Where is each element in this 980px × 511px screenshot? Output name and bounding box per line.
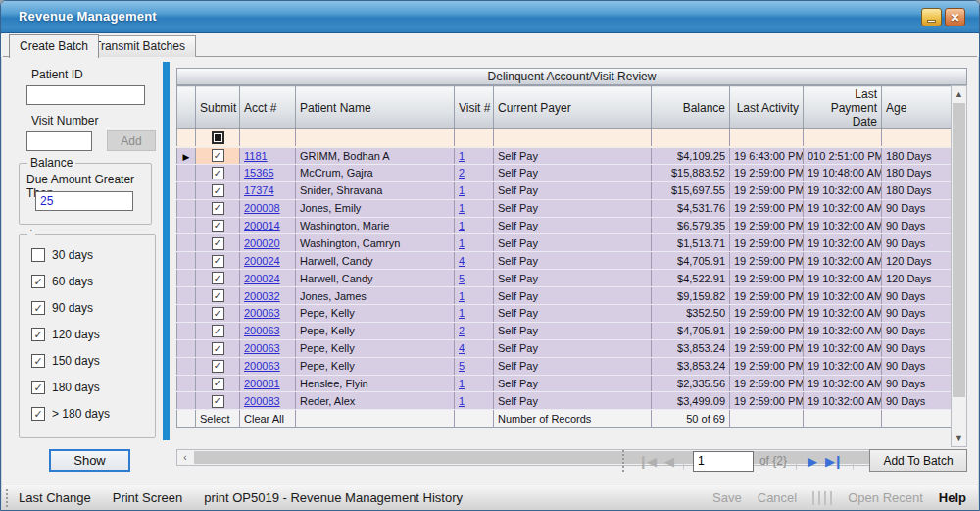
submit-checkbox[interactable]: ✓ (212, 272, 224, 284)
col-acct[interactable]: Acct # (240, 86, 296, 129)
table-row[interactable]: ✓200014Washington, Marie1Self Pay$6,579.… (177, 217, 952, 234)
visit-link[interactable]: 4 (459, 255, 465, 267)
scroll-down-icon[interactable]: ▼ (952, 431, 966, 446)
add-button[interactable]: Add (107, 130, 156, 151)
add-to-batch-button[interactable]: Add To Batch (869, 449, 967, 472)
acct-link[interactable]: 1181 (244, 150, 268, 162)
show-button[interactable]: Show (49, 449, 130, 472)
submit-checkbox[interactable]: ✓ (212, 184, 224, 197)
table-row[interactable]: ✓200024Harwell, Candy4Self Pay$4,705.911… (177, 252, 952, 270)
table-row[interactable]: ✓200063Pepe, Kelly2Self Pay$4,705.9119 2… (177, 322, 952, 339)
acct-link[interactable]: 200020 (244, 237, 280, 249)
visit-link[interactable]: 5 (459, 360, 465, 372)
age-filter-checkbox[interactable] (31, 248, 45, 262)
visit-link[interactable]: 5 (459, 273, 465, 284)
age-filter-checkbox[interactable]: ✓ (31, 381, 45, 394)
prev-page-button[interactable]: ◀ (662, 454, 674, 469)
col-age[interactable]: Age (882, 86, 952, 129)
tab-create-batch[interactable]: Create Batch (9, 34, 99, 58)
scroll-up-icon[interactable]: ▲ (952, 86, 966, 102)
statusbar-item[interactable]: Last Change (19, 490, 91, 505)
acct-link[interactable]: 200063 (244, 342, 280, 354)
tab-transmit-batches[interactable]: Transmit Batches (83, 35, 196, 57)
col-patient-name[interactable]: Patient Name (296, 86, 455, 129)
age-filter-checkbox[interactable]: ✓ (31, 354, 45, 368)
acct-link[interactable]: 200024 (244, 255, 280, 267)
submit-checkbox[interactable]: ✓ (212, 395, 224, 408)
save-button[interactable]: Save (712, 490, 742, 505)
table-row[interactable]: ✓200020Washington, Camryn1Self Pay$1,513… (177, 234, 952, 252)
help-button[interactable]: Help (939, 490, 966, 505)
visit-link[interactable]: 1 (459, 307, 465, 319)
visit-link[interactable]: 4 (459, 342, 465, 354)
age-filter-item[interactable]: ✓90 days (31, 301, 93, 315)
submit-checkbox[interactable]: ✓ (212, 378, 224, 390)
visit-link[interactable]: 1 (459, 150, 465, 162)
acct-link[interactable]: 200063 (244, 325, 280, 336)
cancel-button[interactable]: Cancel (758, 490, 797, 505)
age-filter-item[interactable]: ✓60 days (31, 275, 93, 288)
page-number-input[interactable] (693, 451, 754, 472)
table-row[interactable]: ✓200083Reder, Alex1Self Pay$3,499.0919 2… (177, 392, 952, 410)
submit-checkbox[interactable]: ✓ (212, 149, 224, 162)
visit-link[interactable]: 1 (459, 184, 465, 196)
submit-checkbox[interactable]: ✓ (212, 325, 224, 337)
age-filter-item[interactable]: ✓150 days (31, 354, 100, 368)
table-row[interactable]: ✓200081Henslee, Flyin1Self Pay$2,335.561… (177, 375, 952, 392)
acct-link[interactable]: 17374 (244, 184, 274, 196)
age-filter-checkbox[interactable]: ✓ (31, 328, 45, 341)
due-amount-input[interactable] (35, 191, 133, 211)
col-current-payer[interactable]: Current Payer (494, 86, 652, 129)
minimize-button[interactable] (921, 8, 942, 26)
submit-checkbox[interactable]: ✓ (212, 237, 224, 250)
acct-link[interactable]: 200008 (244, 202, 280, 214)
last-page-button[interactable]: ▶❙ (823, 454, 844, 469)
age-filter-checkbox[interactable]: ✓ (31, 301, 45, 315)
table-row[interactable]: ✓200008Jones, Emily1Self Pay$4,531.7619 … (177, 199, 952, 217)
col-last-payment-date[interactable]: Last Payment Date (804, 86, 882, 129)
age-filter-item[interactable]: ✓> 180 days (31, 407, 110, 421)
submit-checkbox[interactable]: ✓ (212, 360, 224, 373)
age-filter-checkbox[interactable]: ✓ (31, 407, 45, 421)
vertical-scrollbar[interactable]: ▲ ▼ (951, 85, 967, 447)
age-filter-item[interactable]: 30 days (31, 248, 93, 262)
age-filter-checkbox[interactable]: ✓ (31, 275, 45, 288)
statusbar-item[interactable]: print OP5019 - Revenue Management Histor… (204, 490, 463, 505)
submit-checkbox[interactable]: ✓ (212, 167, 224, 179)
acct-link[interactable]: 200024 (244, 273, 280, 284)
clear-all-link[interactable]: Clear All (240, 410, 296, 428)
first-page-button[interactable]: ❙◀ (636, 454, 657, 469)
age-filter-item[interactable]: ✓180 days (31, 381, 100, 394)
submit-checkbox[interactable]: ✓ (212, 202, 224, 215)
visit-link[interactable]: 1 (459, 290, 465, 302)
visit-link[interactable]: 1 (459, 202, 465, 214)
submit-checkbox[interactable]: ✓ (212, 342, 224, 355)
visit-link[interactable]: 1 (459, 237, 465, 249)
col-submit[interactable]: Submit (196, 86, 240, 129)
vertical-scroll-thumb[interactable] (953, 103, 965, 397)
patient-id-input[interactable] (26, 85, 145, 105)
acct-link[interactable]: 200014 (244, 220, 280, 231)
close-button[interactable]: ✕ (945, 8, 965, 26)
submit-checkbox[interactable]: ✓ (212, 307, 224, 320)
table-row[interactable]: ✓200032Jones, James1Self Pay$9,159.8219 … (177, 287, 952, 305)
col-visit[interactable]: Visit # (455, 86, 494, 129)
acct-link[interactable]: 200063 (244, 307, 280, 319)
table-row[interactable]: ✓17374Snider, Shravana1Self Pay$15,697.5… (177, 181, 952, 199)
select-all-checkbox[interactable] (212, 131, 224, 144)
visit-link[interactable]: 2 (459, 325, 465, 336)
table-row[interactable]: ✓200024Harwell, Candy5Self Pay$4,522.911… (177, 270, 952, 287)
acct-link[interactable]: 15365 (244, 167, 274, 179)
visit-number-input[interactable] (26, 131, 92, 151)
statusbar-item[interactable]: Print Screen (113, 490, 183, 505)
acct-link[interactable]: 200063 (244, 360, 280, 372)
table-row[interactable]: ▶✓1181GRIMM, Bodhan A1Self Pay$4,109.251… (177, 147, 952, 165)
visit-link[interactable]: 1 (459, 220, 465, 231)
col-last-activity[interactable]: Last Activity (730, 86, 804, 129)
open-recent-button[interactable]: Open Recent (848, 490, 923, 505)
visit-link[interactable]: 1 (459, 378, 465, 389)
acct-link[interactable]: 200032 (244, 290, 280, 302)
select-link[interactable]: Select (196, 410, 240, 428)
submit-checkbox[interactable]: ✓ (212, 289, 224, 302)
splitter-handle[interactable] (163, 62, 170, 440)
